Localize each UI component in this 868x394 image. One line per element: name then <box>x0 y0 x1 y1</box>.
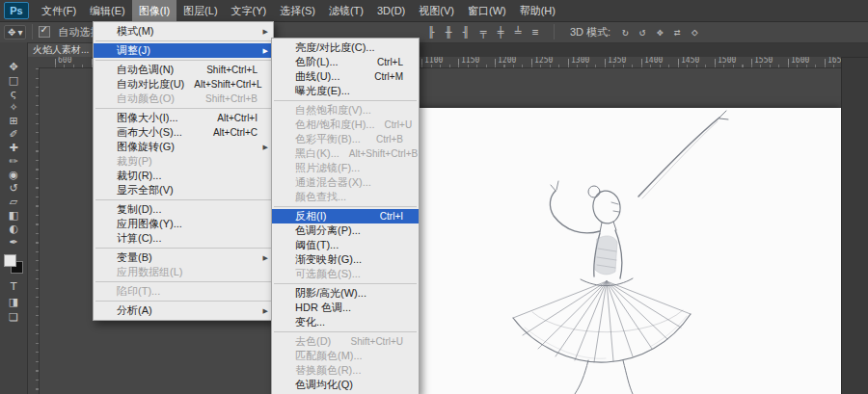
ruler-tick: 1150 <box>458 57 495 67</box>
ruler-tick: 1650 <box>825 57 841 67</box>
tools-panel: ✥ □ ς ✧ ⊞ ✐ <box>0 42 28 394</box>
photoshop-window: Ps 文件(F) 编辑(E) 图像(I) 图层(L) <box>0 0 868 394</box>
vertical-ruler[interactable] <box>27 68 40 394</box>
align-left-edges-icon[interactable]: ╟ <box>424 26 438 39</box>
menu-item[interactable]: 图像旋转(G) <box>94 140 273 154</box>
menu-item[interactable]: 复制(D)... <box>94 202 273 217</box>
menu-item[interactable]: 显示全部(V) <box>94 183 273 197</box>
eyedropper-tool-icon[interactable]: ✐ <box>0 127 27 141</box>
quick-selection-tool-icon[interactable]: ✧ <box>0 100 27 114</box>
menu-item[interactable]: 去色(D) Shift+Ctrl+U <box>272 334 419 349</box>
menubar-item[interactable]: 图层(L) <box>176 0 224 21</box>
ruler-tick: 1200 <box>495 57 531 67</box>
menu-item[interactable]: 反相(I) Ctrl+I <box>272 209 419 223</box>
menu-item[interactable]: 黑白(K)... Alt+Shift+Ctrl+B <box>272 146 419 161</box>
ruler-tick: 600 <box>55 57 92 67</box>
quick-mask-icon[interactable]: ◨ <box>0 295 27 308</box>
align-right-edges-icon[interactable]: ╢ <box>459 26 473 39</box>
menu-item[interactable]: 裁剪(P) <box>94 154 273 169</box>
menubar-item[interactable]: 帮助(H) <box>513 0 562 21</box>
menu-item[interactable]: 渐变映射(G)... <box>272 252 419 267</box>
ruler-tick: 1550 <box>751 57 788 67</box>
3d-rotate-icon[interactable]: ↻ <box>618 26 632 39</box>
menu-item[interactable]: 色阶(L)... Ctrl+L <box>272 55 419 69</box>
3d-roll-icon[interactable]: ↺ <box>636 26 649 39</box>
menubar-item[interactable]: 文字(Y) <box>225 0 274 21</box>
image-menu-dropdown: 模式(M) 调整(J) 自动色调(N) Shift+Ctrl+L <box>93 21 274 321</box>
menu-item[interactable]: 阈值(T)... <box>272 238 419 252</box>
menu-item[interactable]: 通道混合器(X)... <box>272 175 419 190</box>
menu-item[interactable]: 自动颜色(O) Shift+Ctrl+B <box>94 92 273 106</box>
menubar-item[interactable]: 滤镜(T) <box>322 0 370 21</box>
menubar-item[interactable]: 文件(F) <box>35 0 83 21</box>
align-bottom-edges-icon[interactable]: ╧ <box>511 26 525 39</box>
menu-item[interactable]: 颜色查找... <box>272 190 419 204</box>
auto-select-checkbox[interactable] <box>39 26 50 38</box>
menu-item[interactable]: HDR 色调... <box>272 301 419 315</box>
menu-item[interactable]: 可选颜色(S)... <box>272 267 419 281</box>
menu-item[interactable]: 曲线(U)... Ctrl+M <box>272 69 419 84</box>
menu-item[interactable]: 画布大小(S)... Alt+Ctrl+C <box>94 125 273 140</box>
eraser-tool-icon[interactable]: ▱ <box>0 195 27 208</box>
move-tool-icon[interactable]: ✥ <box>0 60 27 73</box>
menu-item[interactable]: 应用数据组(L) <box>94 265 273 279</box>
menu-item[interactable]: 自然饱和度(V)... <box>272 103 419 118</box>
menu-item[interactable]: 模式(M) <box>94 24 273 39</box>
align-top-edges-icon[interactable]: ╤ <box>476 26 490 39</box>
menubar-item[interactable]: 选择(S) <box>273 0 322 21</box>
menu-item[interactable]: 曝光度(E)... <box>272 84 419 98</box>
menu-item[interactable]: 变化... <box>272 315 419 329</box>
menu-item[interactable]: 照片滤镜(F)... <box>272 161 419 175</box>
align-vertical-centers-icon[interactable]: ╪ <box>494 26 507 39</box>
marquee-tool-icon[interactable]: □ <box>0 73 27 87</box>
menu-item[interactable]: 色相/饱和度(H)... Ctrl+U <box>272 118 419 132</box>
menu-item[interactable]: 自动对比度(U) Alt+Shift+Ctrl+L <box>94 77 273 92</box>
clone-stamp-tool-icon[interactable]: ◉ <box>0 168 27 181</box>
crop-tool-icon[interactable]: ⊞ <box>0 114 27 127</box>
menu-item[interactable]: 色调均化(Q) <box>272 378 419 392</box>
lasso-tool-icon[interactable]: ς <box>0 87 27 100</box>
pen-tool-icon[interactable]: ✒ <box>0 235 27 249</box>
menu-item[interactable]: 色彩平衡(B)... Ctrl+B <box>272 132 419 146</box>
menubar-item[interactable]: 图像(I) <box>132 0 176 21</box>
3d-scale-icon[interactable]: ◇ <box>688 26 701 39</box>
dodge-tool-icon[interactable]: ◐ <box>0 222 27 235</box>
menu-item[interactable]: 图像大小(I)... Alt+Ctrl+I <box>94 111 273 125</box>
menu-item[interactable]: 阴影/高光(W)... <box>272 286 419 301</box>
menu-item[interactable]: 陷印(T)... <box>94 284 273 299</box>
distribute-icon[interactable]: ≡ <box>529 26 542 39</box>
gradient-tool-icon[interactable]: ◧ <box>0 208 27 222</box>
screen-mode-icon[interactable]: ❏ <box>0 310 27 324</box>
menubar-item[interactable]: 窗口(W) <box>461 0 513 21</box>
menu-item[interactable]: 计算(C)... <box>94 231 273 246</box>
dancer-sketch <box>409 108 841 394</box>
menu-item[interactable]: 裁切(R)... <box>94 169 273 183</box>
menu-item[interactable]: 亮度/对比度(C)... <box>272 40 419 55</box>
menu-bar: Ps 文件(F) 编辑(E) 图像(I) 图层(L) <box>0 0 868 22</box>
menu-item[interactable]: 匹配颜色(M)... <box>272 349 419 363</box>
3d-slide-icon[interactable]: ⇄ <box>670 26 684 39</box>
ruler-tick: 1300 <box>568 57 605 67</box>
3d-drag-icon[interactable]: ✥ <box>653 26 666 39</box>
menu-item[interactable]: 色调分离(P)... <box>272 223 419 238</box>
menu-item[interactable]: 替换颜色(R)... <box>272 363 419 378</box>
type-tool-icon[interactable]: T <box>0 279 27 293</box>
divider <box>554 24 555 39</box>
foreground-color-swatch[interactable] <box>4 254 16 267</box>
align-horizontal-centers-icon[interactable]: ╫ <box>442 26 455 39</box>
menubar-item[interactable]: 编辑(E) <box>83 0 132 21</box>
menu-item[interactable]: 应用图像(Y)... <box>94 217 273 231</box>
3d-mode-label: 3D 模式: <box>570 25 610 39</box>
history-brush-tool-icon[interactable]: ↺ <box>0 181 27 195</box>
menu-item[interactable]: 变量(B) <box>94 250 273 265</box>
menubar-item[interactable]: 3D(D) <box>370 0 412 21</box>
healing-brush-tool-icon[interactable]: ✚ <box>0 141 27 154</box>
menu-item[interactable]: 调整(J) <box>94 43 273 58</box>
document-canvas[interactable] <box>409 108 841 394</box>
ruler-tick: 1450 <box>678 57 715 67</box>
menu-item[interactable]: 自动色调(N) Shift+Ctrl+L <box>94 63 273 77</box>
brush-tool-icon[interactable]: ✏ <box>0 154 27 168</box>
menubar-item[interactable]: 视图(V) <box>412 0 461 21</box>
tool-preset-picker[interactable]: ✥ ▾ <box>4 25 26 39</box>
menu-item[interactable]: 分析(A) <box>94 303 273 318</box>
